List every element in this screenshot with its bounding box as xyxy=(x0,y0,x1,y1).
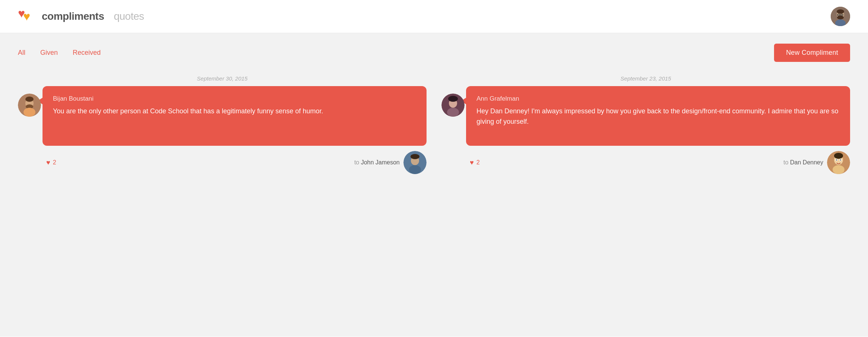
card-1-speech-bubble: Bijan Boustani You are the only other pe… xyxy=(43,86,427,146)
logo-quotes-text: quotes xyxy=(114,10,144,22)
card-1-recipient-avatar xyxy=(403,151,427,174)
app-header: ♥ ♥ compliments quotes xyxy=(0,0,868,33)
card-2-count: 2 xyxy=(477,159,480,166)
svg-point-27 xyxy=(840,160,841,161)
card-1-body-row: Bijan Boustani You are the only other pe… xyxy=(18,86,427,146)
svg-point-15 xyxy=(411,154,419,159)
card-2-message: Hey Dan Denney! I'm always impressed by … xyxy=(477,106,840,127)
svg-point-26 xyxy=(836,160,837,161)
svg-point-2 xyxy=(837,9,844,14)
logo-hearts: ♥ ♥ xyxy=(18,7,37,26)
svg-point-20 xyxy=(447,108,459,117)
tab-all[interactable]: All xyxy=(18,49,25,57)
svg-point-28 xyxy=(833,165,845,174)
card-1-date: September 30, 2015 xyxy=(18,75,427,82)
compliment-card-1: September 30, 2015 Bijan Boustani You ar… xyxy=(18,75,427,174)
cards-grid: September 30, 2015 Bijan Boustani You ar… xyxy=(18,75,850,174)
logo-area: ♥ ♥ compliments quotes xyxy=(18,7,144,26)
card-1-heart-count[interactable]: ♥ 2 xyxy=(46,159,56,167)
tab-received[interactable]: Received xyxy=(73,49,101,57)
svg-point-12 xyxy=(23,108,35,117)
card-2-speech-bubble: Ann Grafelman Hey Dan Denney! I'm always… xyxy=(466,86,850,146)
heart-icon-1: ♥ xyxy=(46,159,50,167)
filter-bar: All Given Received New Compliment xyxy=(18,44,850,62)
heart-icon-2: ♥ xyxy=(470,159,474,167)
card-2-to-label: to xyxy=(783,159,788,166)
svg-point-16 xyxy=(409,165,421,174)
card-2-recipient-name: Dan Denney xyxy=(790,159,823,166)
card-1-sender-avatar xyxy=(18,94,41,117)
svg-point-19 xyxy=(448,96,458,102)
card-1-recipient-name: John Jameson xyxy=(361,159,400,166)
user-avatar-svg xyxy=(831,7,850,26)
logo-compliments-text: compliments xyxy=(42,10,104,22)
svg-point-23 xyxy=(834,153,843,159)
card-2-date: September 23, 2015 xyxy=(441,75,850,82)
card-2-recipient-avatar xyxy=(827,151,850,174)
svg-point-10 xyxy=(25,97,34,102)
main-content: All Given Received New Compliment Septem… xyxy=(0,33,868,337)
card-2-sender-name: Ann Grafelman xyxy=(477,95,840,103)
card-1-count: 2 xyxy=(53,159,56,166)
card-2-footer: ♥ 2 to Dan Denney xyxy=(441,146,850,174)
new-compliment-button[interactable]: New Compliment xyxy=(774,44,850,62)
svg-point-3 xyxy=(837,16,844,19)
card-1-footer: ♥ 2 to John Jameson xyxy=(18,146,427,174)
tab-given[interactable]: Given xyxy=(40,49,58,57)
user-avatar[interactable] xyxy=(831,7,850,26)
card-2-sender-avatar xyxy=(441,94,465,117)
card-1-message: You are the only other person at Code Sc… xyxy=(53,106,416,117)
compliment-card-2: September 23, 2015 Ann Grafelman Hey Dan… xyxy=(441,75,850,174)
heart-red-icon: ♥ xyxy=(18,7,25,21)
card-2-heart-count[interactable]: ♥ 2 xyxy=(470,159,480,167)
user-avatar-image xyxy=(831,7,850,26)
card-1-sender-name: Bijan Boustani xyxy=(53,95,416,103)
card-1-to-label: to xyxy=(354,159,359,166)
card-2-body-row: Ann Grafelman Hey Dan Denney! I'm always… xyxy=(441,86,850,146)
